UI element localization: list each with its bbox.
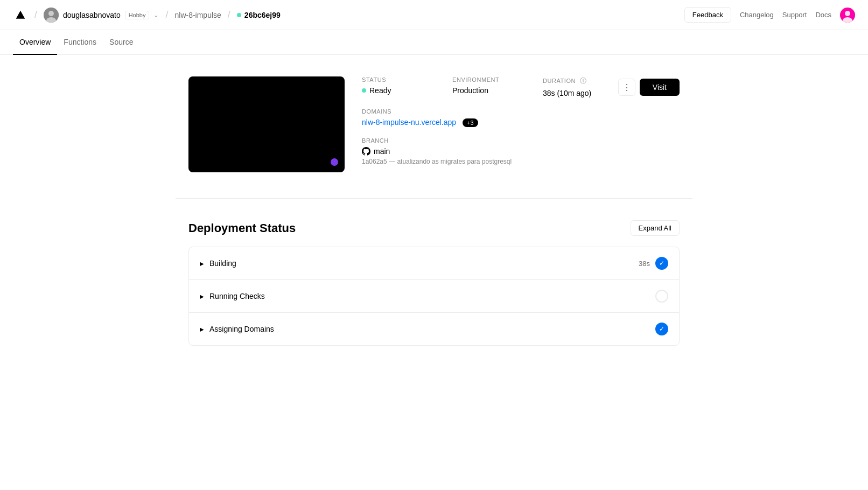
environment-label: ENVIRONMENT xyxy=(452,76,517,83)
more-options-button[interactable]: ⋮ xyxy=(618,79,635,96)
github-icon xyxy=(362,147,370,156)
ds-title: Deployment Status xyxy=(188,221,296,235)
feedback-button[interactable]: Feedback xyxy=(684,7,731,23)
status-row-assigning-domains[interactable]: ▶ Assigning Domains ✓ xyxy=(189,313,679,345)
deployment-status-section: Deployment Status Expand All ▶ Building … xyxy=(188,220,680,346)
expand-icon-building: ▶ xyxy=(200,261,204,267)
duration-hint: ⓘ xyxy=(580,77,587,85)
sep-2: / xyxy=(165,9,168,20)
deployment-id-section[interactable]: 26bc6ej99 xyxy=(237,11,281,19)
building-label: Building xyxy=(209,259,236,268)
tab-functions[interactable]: Functions xyxy=(57,30,103,55)
deployment-card: STATUS Ready ENVIRONMENT Production xyxy=(188,76,680,172)
commit-message: 1a062a5 — atualizando as migrates para p… xyxy=(362,158,680,165)
status-row-right-checks xyxy=(655,290,668,303)
deployment-info: STATUS Ready ENVIRONMENT Production xyxy=(362,76,680,165)
status-section: STATUS Ready xyxy=(362,76,426,97)
changelog-link[interactable]: Changelog xyxy=(740,11,774,19)
status-row-left-checks: ▶ Running Checks xyxy=(200,292,265,300)
status-ready-dot xyxy=(362,88,366,93)
svg-marker-0 xyxy=(16,10,25,18)
svg-point-2 xyxy=(48,11,54,16)
vercel-logo[interactable] xyxy=(13,8,28,23)
checks-pending-icon xyxy=(655,290,668,303)
checks-label: Running Checks xyxy=(209,292,265,300)
username: douglasabnovato xyxy=(63,11,121,19)
nav-tabs: Overview Functions Source xyxy=(0,30,868,55)
environment-value: Production xyxy=(452,86,517,95)
expand-icon-domains: ▶ xyxy=(200,326,204,332)
domain-link[interactable]: nlw-8-impulse-nu.vercel.app xyxy=(362,118,456,127)
top-row: STATUS Ready ENVIRONMENT Production xyxy=(362,76,680,97)
status-row-right-building: 38s ✓ xyxy=(639,257,668,270)
status-rows: ▶ Building 38s ✓ ▶ Running Checks xyxy=(188,247,680,346)
user-section[interactable]: douglasabnovato Hobby ⌄ xyxy=(44,8,159,23)
sep-1: / xyxy=(34,9,37,20)
sep-3: / xyxy=(228,9,230,20)
project-name: nlw-8-impulse xyxy=(174,11,221,19)
status-label: STATUS xyxy=(362,76,426,83)
user-avatar-right[interactable] xyxy=(840,8,855,23)
ds-header: Deployment Status Expand All xyxy=(188,220,680,236)
status-row-running-checks[interactable]: ▶ Running Checks xyxy=(189,280,679,313)
branch-label: BRANCH xyxy=(362,137,680,144)
building-check-icon: ✓ xyxy=(655,257,668,270)
chevron-down-icon: ⌄ xyxy=(153,11,159,19)
environment-section: ENVIRONMENT Production xyxy=(452,76,517,97)
preview-dot xyxy=(331,158,338,166)
svg-point-5 xyxy=(845,11,850,16)
tab-source[interactable]: Source xyxy=(103,30,139,55)
plan-badge: Hobby xyxy=(125,11,150,19)
status-value: Ready xyxy=(362,86,426,95)
domains-check-icon: ✓ xyxy=(655,323,668,335)
status-row-building[interactable]: ▶ Building 38s ✓ xyxy=(189,247,679,280)
expand-icon-checks: ▶ xyxy=(200,293,204,299)
domains-label: DOMAINS xyxy=(362,108,680,115)
expand-all-button[interactable]: Expand All xyxy=(631,220,680,236)
status-row-left-building: ▶ Building xyxy=(200,259,236,268)
info-grid: STATUS Ready ENVIRONMENT Production xyxy=(362,76,607,97)
deployment-id: 26bc6ej99 xyxy=(244,11,281,19)
header-right: Feedback Changelog Support Docs xyxy=(684,7,855,23)
header-left: / douglasabnovato Hobby ⌄ / nlw-8-impuls… xyxy=(13,8,281,23)
deployment-preview xyxy=(188,76,345,172)
duration-value: 38s (10m ago) xyxy=(543,89,607,97)
branch-name: main xyxy=(362,147,680,156)
project-link[interactable]: nlw-8-impulse xyxy=(174,11,221,19)
docs-link[interactable]: Docs xyxy=(815,11,831,19)
status-row-right-domains: ✓ xyxy=(655,323,668,335)
domain-extra-badge: +3 xyxy=(463,118,478,127)
main-content: STATUS Ready ENVIRONMENT Production xyxy=(176,55,692,367)
domains-value: nlw-8-impulse-nu.vercel.app +3 xyxy=(362,118,680,127)
status-row-left-domains: ▶ Assigning Domains xyxy=(200,325,274,333)
building-duration: 38s xyxy=(639,260,650,268)
visit-button[interactable]: Visit xyxy=(640,79,680,96)
status-dot-header xyxy=(237,13,241,17)
tab-overview[interactable]: Overview xyxy=(13,30,57,55)
domains-row-label: Assigning Domains xyxy=(209,325,274,333)
branch-section: BRANCH main 1a062a5 — atualizando as mig… xyxy=(362,137,680,165)
header: / douglasabnovato Hobby ⌄ / nlw-8-impuls… xyxy=(0,0,868,30)
deployment-actions: ⋮ Visit xyxy=(618,79,680,96)
duration-label: DURATION ⓘ xyxy=(543,76,607,86)
user-avatar xyxy=(44,8,59,23)
support-link[interactable]: Support xyxy=(782,11,807,19)
duration-section: DURATION ⓘ 38s (10m ago) xyxy=(543,76,607,97)
section-separator xyxy=(176,198,692,199)
domains-section: DOMAINS nlw-8-impulse-nu.vercel.app +3 xyxy=(362,108,680,127)
